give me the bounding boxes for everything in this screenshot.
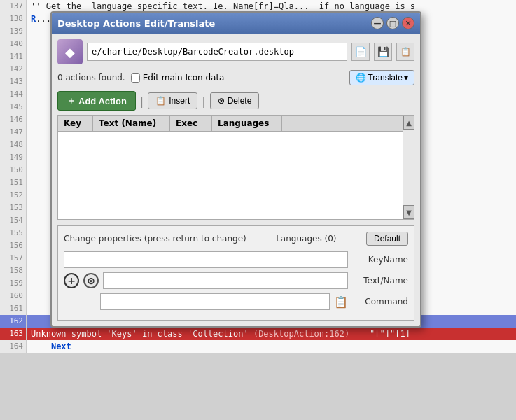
- dialog-desktop-actions: Desktop Actions Edit/Translate — □ ✕ ◆ 📄…: [50, 11, 421, 328]
- maximize-button[interactable]: □: [386, 17, 399, 29]
- command-icon: 📋: [334, 295, 348, 309]
- col-header-languages: Languages: [212, 115, 282, 131]
- status-text: 0 actions found.: [57, 73, 125, 83]
- scroll-down-button[interactable]: ▼: [403, 205, 414, 219]
- dialog-title: Desktop Actions Edit/Translate: [57, 18, 215, 29]
- edit-icon-checkbox-group: Edit main Icon data: [131, 73, 225, 83]
- translate-button[interactable]: 🌐 Translate ▾: [349, 70, 414, 85]
- scrollbar[interactable]: ▲ ▼: [403, 115, 414, 219]
- toolbar-row: 0 actions found. Edit main Icon data 🌐 T…: [57, 70, 414, 85]
- scroll-up-button[interactable]: ▲: [403, 115, 414, 130]
- command-row: 📋 Command: [64, 293, 408, 310]
- file-bar: ◆ 📄 💾 📋: [57, 39, 414, 64]
- command-input[interactable]: [100, 293, 330, 310]
- keyname-row: KeyName: [64, 251, 408, 268]
- add-action-button[interactable]: ＋ Add Action: [57, 91, 136, 111]
- delete-icon: ⊗: [218, 96, 225, 106]
- file-save-as-button[interactable]: 📋: [396, 43, 414, 61]
- minimize-button[interactable]: —: [371, 17, 384, 29]
- action-buttons-row: ＋ Add Action | 📋 Insert | ⊗ Delete: [57, 91, 414, 111]
- dialog-titlebar: Desktop Actions Edit/Translate — □ ✕: [52, 13, 420, 34]
- code-line-163-error: 163 Unknown symbol 'Keys' in class 'Coll…: [0, 328, 516, 340]
- edit-icon-checkbox[interactable]: [131, 74, 140, 83]
- insert-button[interactable]: 📋 Insert: [148, 92, 197, 109]
- close-button[interactable]: ✕: [402, 17, 414, 29]
- actions-table: Key Text (Name) Exec Languages ▲ ▼: [57, 115, 414, 220]
- textname-input[interactable]: [103, 272, 348, 289]
- dialog-body: ◆ 📄 💾 📋 0 actions found. Edit main Icon …: [52, 34, 420, 326]
- translate-label: Translate: [368, 73, 403, 83]
- file-save-button[interactable]: 💾: [374, 43, 392, 61]
- textname-icons: + ⊗: [64, 273, 99, 288]
- add-text-button[interactable]: +: [64, 273, 79, 288]
- properties-section: Change properties (press return to chang…: [57, 225, 414, 321]
- translate-dropdown-icon: ▾: [404, 73, 408, 83]
- file-open-button[interactable]: 📄: [351, 43, 370, 61]
- app-icon: ◆: [57, 39, 83, 64]
- col-header-key: Key: [58, 115, 93, 131]
- languages-label: Languages (0): [276, 234, 336, 244]
- insert-icon: 📋: [155, 96, 166, 106]
- col-header-text: Text (Name): [93, 115, 170, 131]
- textname-row: + ⊗ Text/Name: [64, 272, 408, 289]
- file-path-input[interactable]: [87, 43, 347, 61]
- titlebar-controls: — □ ✕: [371, 17, 414, 29]
- delete-button[interactable]: ⊗ Delete: [210, 92, 260, 109]
- keyname-input[interactable]: [64, 251, 348, 268]
- props-header: Change properties (press return to chang…: [64, 232, 408, 246]
- table-body[interactable]: [58, 132, 414, 219]
- command-label: Command: [352, 297, 408, 307]
- edit-icon-label: Edit main Icon data: [143, 73, 225, 83]
- remove-text-button[interactable]: ⊗: [83, 273, 99, 288]
- toolbar-left: 0 actions found. Edit main Icon data: [57, 73, 224, 83]
- separator-2: |: [202, 94, 205, 108]
- col-header-exec: Exec: [170, 115, 212, 131]
- props-title: Change properties (press return to chang…: [64, 234, 246, 244]
- textname-label: Text/Name: [352, 276, 408, 286]
- default-button[interactable]: Default: [366, 232, 408, 246]
- keyname-label: KeyName: [352, 255, 408, 265]
- translate-icon: 🌐: [356, 73, 366, 83]
- table-header: Key Text (Name) Exec Languages: [58, 115, 414, 132]
- code-line-164: 164 Next: [0, 340, 516, 353]
- separator-1: |: [140, 94, 144, 108]
- add-icon: ＋: [67, 94, 76, 107]
